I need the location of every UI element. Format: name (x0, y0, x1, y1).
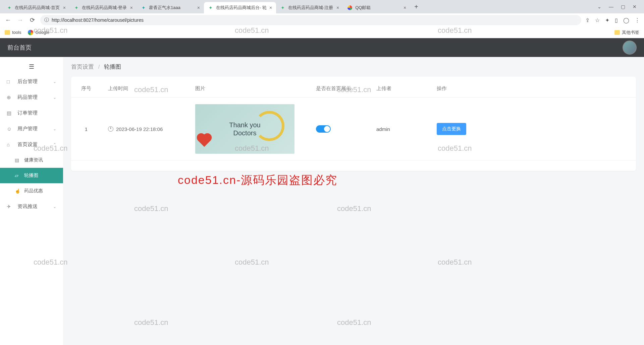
breadcrumb-parent[interactable]: 首页设置 (71, 64, 94, 70)
google-icon (28, 30, 33, 35)
sidebar-subitem-label: 药品优惠 (24, 188, 43, 194)
cell-action: 点击更换 (430, 97, 636, 161)
sidebar-subitem-label: 轮播图 (24, 172, 38, 179)
tabs-dropdown-icon[interactable]: ⌄ (597, 4, 601, 9)
home-icon: ⌂ (7, 142, 13, 147)
tab-close-icon[interactable]: × (269, 5, 272, 10)
replace-button[interactable]: 点击更换 (437, 123, 466, 135)
browser-tab-3[interactable]: ✦ 在线药店药品商城后台- 轮 × (204, 2, 276, 13)
th-uploader: 上传者 (370, 80, 430, 97)
tab-bar: ✦ 在线药店药品商城-首页 × ✦ 在线药店药品商城-登录 × ✦ 藿香正气水1… (0, 0, 644, 13)
sidebar-subitem-discount[interactable]: ☝ 药品优惠 (0, 183, 63, 199)
menu-icon[interactable]: ⋮ (635, 17, 640, 23)
browser-tab-5[interactable]: QQ邮箱 × (343, 2, 410, 13)
app-header: 前台首页 (0, 38, 644, 57)
sidebar-item-label: 用户管理 (17, 126, 53, 132)
sidebar-item-homepage[interactable]: ⌂ 首页设置 ⌃ (0, 137, 63, 152)
th-image: 图片 (189, 80, 309, 97)
th-show: 是否在首页展示 (309, 80, 370, 97)
table-row: 1 2023-06-19 22:18:06 (71, 97, 636, 161)
cell-time: 2023-06-19 22:18:06 (101, 97, 189, 161)
tab-close-icon[interactable]: × (130, 5, 133, 10)
tab-title: QQ邮箱 (355, 5, 401, 11)
tab-close-icon[interactable]: × (63, 5, 66, 10)
sidebar-item-label: 订单管理 (17, 110, 56, 116)
maximize-icon[interactable]: ▢ (621, 4, 625, 9)
sidebar: ☰ □ 后台管理 ⌄ ⊕ 药品管理 ⌄ ▤ 订单管理 ☺ 用户管理 ⌄ ⌂ 首页… (0, 57, 63, 345)
app-title[interactable]: 前台首页 (7, 44, 32, 52)
chevron-down-icon: ⌄ (53, 204, 56, 209)
tab-close-icon[interactable]: × (336, 5, 339, 10)
browser-tab-2[interactable]: ✦ 藿香正气水1aaa × (137, 2, 204, 13)
browser-tab-0[interactable]: ✦ 在线药店药品商城-首页 × (3, 2, 70, 13)
tab-close-icon[interactable]: × (404, 5, 406, 10)
chevron-up-icon: ⌃ (53, 142, 56, 147)
sidebar-item-label: 首页设置 (17, 141, 53, 148)
browser-chrome: ✦ 在线药店药品商城-首页 × ✦ 在线药店药品商城-登录 × ✦ 藿香正气水1… (0, 0, 644, 38)
favicon-icon: ✦ (7, 5, 12, 10)
sidebar-subitem-carousel[interactable]: ▱ 轮播图 (0, 168, 63, 183)
window-controls: ⌄ — ▢ ✕ (593, 4, 641, 9)
sidebar-item-medicine[interactable]: ⊕ 药品管理 ⌄ (0, 89, 63, 105)
heart-icon (198, 135, 211, 147)
profile-icon[interactable]: ◯ (623, 17, 629, 23)
share-icon[interactable]: ⇪ (585, 17, 590, 23)
sidebar-subitem-news[interactable]: ▤ 健康资讯 (0, 152, 63, 168)
folder-icon (5, 30, 10, 35)
th-index: 序号 (71, 80, 101, 97)
clock-icon (108, 126, 113, 132)
cell-index: 1 (71, 97, 101, 161)
sidebar-item-backend[interactable]: □ 后台管理 ⌄ (0, 74, 63, 89)
chevron-down-icon: ⌄ (53, 127, 56, 131)
bookmark-tools[interactable]: tools (5, 30, 21, 35)
sidepanel-icon[interactable]: ▯ (615, 17, 618, 23)
news-icon: ▤ (15, 157, 21, 163)
dashboard-icon: □ (7, 79, 13, 84)
sidebar-item-orders[interactable]: ▤ 订单管理 (0, 105, 63, 121)
stethoscope-icon (254, 111, 284, 141)
sidebar-item-label: 药品管理 (17, 94, 53, 100)
forward-button[interactable]: → (16, 16, 24, 24)
new-tab-button[interactable]: + (410, 3, 422, 11)
chevron-down-icon: ⌄ (53, 79, 56, 84)
send-icon: ✈ (7, 204, 13, 210)
bookmarks-bar: tools Google 其他书签 (0, 27, 644, 38)
folder-icon (614, 30, 620, 35)
tab-title: 在线药店药品商城-首页 (15, 5, 60, 11)
reload-button[interactable]: ⟳ (28, 16, 36, 24)
tab-close-icon[interactable]: × (197, 5, 200, 10)
show-toggle[interactable] (316, 125, 331, 133)
address-bar: ← → ⟳ ⓘ http://localhost:8027/home/carou… (0, 13, 644, 27)
favicon-icon: ✦ (280, 5, 285, 10)
breadcrumb-sep: / (98, 64, 100, 70)
favicon-icon: ✦ (74, 5, 79, 10)
site-info-icon[interactable]: ⓘ (44, 17, 49, 23)
minimize-icon[interactable]: — (609, 4, 613, 9)
favicon-icon: ✦ (208, 5, 213, 10)
bookmark-other[interactable]: 其他书签 (614, 29, 639, 36)
close-window-icon[interactable]: ✕ (633, 4, 637, 9)
avatar[interactable] (623, 41, 637, 55)
orders-icon: ▤ (7, 110, 13, 116)
tab-title: 藿香正气水1aaa (149, 5, 195, 11)
sidebar-item-label: 后台管理 (17, 78, 53, 85)
cell-show (309, 97, 370, 161)
sidebar-item-push[interactable]: ✈ 资讯推送 ⌄ (0, 199, 63, 214)
carousel-table: 序号 上传时间 图片 是否在首页展示 上传者 操作 1 (71, 80, 636, 161)
extensions-icon[interactable]: ✦ (605, 17, 609, 23)
users-icon: ☺ (7, 126, 13, 132)
favicon-icon: ✦ (141, 5, 146, 10)
browser-tab-4[interactable]: ✦ 在线药店药品商城-注册 × (276, 2, 343, 13)
back-button[interactable]: ← (4, 16, 12, 24)
bookmark-google[interactable]: Google (28, 30, 49, 35)
star-icon[interactable]: ☆ (595, 17, 600, 23)
sidebar-item-users[interactable]: ☺ 用户管理 ⌄ (0, 121, 63, 137)
carousel-thumbnail[interactable]: Thank you Doctors (195, 104, 294, 154)
discount-icon: ☝ (15, 188, 21, 194)
browser-tab-1[interactable]: ✦ 在线药店药品商城-登录 × (70, 2, 137, 13)
chevron-down-icon: ⌄ (53, 95, 56, 100)
sidebar-toggle-icon[interactable]: ☰ (0, 60, 63, 74)
cell-uploader: admin (370, 97, 430, 161)
url-input[interactable]: ⓘ http://localhost:8027/home/carousel/pi… (40, 15, 581, 25)
tab-title: 在线药店药品商城-登录 (82, 5, 127, 11)
